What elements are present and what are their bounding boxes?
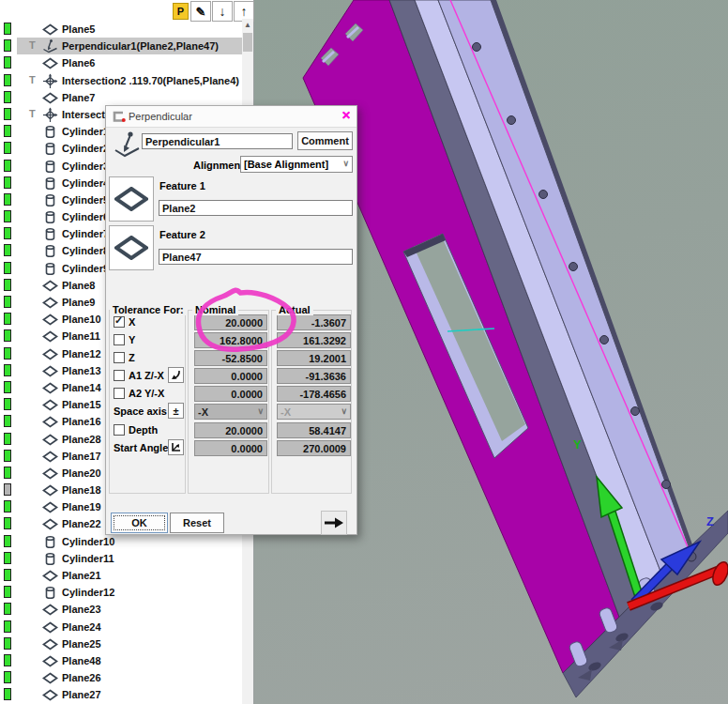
nominal-field-a2-y-x[interactable]: 0.0000 [194, 386, 267, 402]
tree-item-label: Plane15 [62, 399, 101, 410]
nominal-field-z[interactable]: -52.8500 [194, 350, 267, 366]
perpendicular-dialog: Perpendicular ✕ Perpendicular1 Comment A… [105, 105, 357, 535]
toolbar-p-button[interactable]: P [173, 3, 189, 20]
dialog-titlebar[interactable]: Perpendicular ✕ [106, 106, 356, 128]
plane-icon [42, 602, 58, 618]
close-icon[interactable]: ✕ [341, 109, 351, 122]
nominal-field-a1-z-x[interactable]: 0.0000 [194, 368, 267, 384]
feature1-input[interactable]: Plane2 [159, 200, 353, 216]
tree-item-label: Plane17 [62, 451, 101, 462]
tree-item-plane6[interactable]: Plane6 [0, 54, 242, 71]
next-arrow-button[interactable] [321, 511, 347, 535]
feature1-label: Feature 1 [159, 180, 205, 191]
tree-item-label: Plane14 [62, 382, 101, 393]
tree-item-cylinder11[interactable]: Cylinder11 [0, 550, 242, 567]
reset-button[interactable]: Reset [170, 513, 224, 533]
status-indicator [4, 467, 11, 479]
tolerance-label-text: Start Angle [114, 442, 168, 453]
status-indicator [4, 227, 11, 239]
tree-item-label: Cylinder3 [62, 161, 109, 172]
tree-item-label: Plane23 [62, 604, 101, 615]
status-indicator [4, 262, 11, 274]
status-indicator [4, 483, 11, 496]
tree-item-plane21[interactable]: Plane21 [0, 567, 242, 584]
status-indicator [4, 210, 11, 222]
nominal-field-depth[interactable]: 20.0000 [194, 422, 267, 438]
actual-field-start-angle: 270.0009 [277, 440, 351, 456]
tree-item-plane48[interactable]: Plane48 [0, 652, 242, 669]
plane-icon [114, 236, 148, 260]
plane-icon [42, 670, 58, 686]
tree-item-plane7[interactable]: Plane7 [0, 89, 242, 106]
cylinder-icon [42, 261, 58, 277]
cylinder-icon [42, 141, 58, 157]
status-indicator [4, 688, 11, 700]
tree-item-label: Plane25 [62, 638, 101, 650]
tree-item-label: Cylinder7 [62, 228, 109, 239]
actual-field-a1-z-x: -91.3636 [277, 368, 351, 384]
tree-item-cylinder10[interactable]: Cylinder10 [0, 533, 242, 550]
nominal-field-start-angle[interactable]: 0.0000 [194, 440, 267, 456]
tree-item-cylinder12[interactable]: Cylinder12 [0, 584, 242, 601]
cylinder-icon [42, 159, 58, 175]
flip-button[interactable] [168, 367, 184, 383]
checkbox-z[interactable] [114, 352, 125, 363]
plane-icon [42, 568, 58, 584]
tree-item-plane25[interactable]: Plane25 [0, 635, 242, 652]
intersection-icon [42, 107, 58, 123]
plusminus-button[interactable]: ± [168, 403, 184, 419]
tree-item-plane5[interactable]: Plane5 [0, 21, 242, 38]
alignment-dropdown[interactable]: [Base Alignment] ∨ [240, 156, 353, 173]
plane-icon [42, 636, 58, 652]
plane-icon [42, 466, 58, 482]
status-indicator [4, 552, 11, 564]
feature2-label: Feature 2 [159, 229, 205, 240]
checkbox-x[interactable] [114, 316, 125, 328]
perpendicular-icon [42, 38, 58, 54]
tree-item-intersection2-119-70-plane5-plane4-[interactable]: TIntersection2 .119.70(Plane5,Plane4) [0, 72, 242, 89]
plane-icon [42, 22, 58, 38]
tolerance-row-label-space-axis: Space axis [114, 406, 167, 417]
angle-button[interactable] [168, 439, 184, 455]
checkbox-y[interactable] [114, 334, 125, 345]
actual-field-z: 19.2001 [277, 350, 351, 366]
cylinder-icon [42, 192, 58, 208]
scrollbar-thumb[interactable] [243, 33, 252, 52]
status-indicator [4, 91, 11, 103]
tolerance-label-text: Depth [129, 424, 158, 436]
plane-icon [42, 687, 58, 703]
tree-item-label: Plane48 [62, 655, 101, 666]
arrow-down-icon[interactable]: ↓ [212, 1, 233, 22]
pencil-icon[interactable]: ✎ [190, 1, 211, 22]
comment-button[interactable]: Comment [297, 131, 353, 150]
checkbox-a1-z-x[interactable] [114, 370, 125, 381]
feature2-input[interactable]: Plane47 [159, 249, 353, 265]
checkbox-depth[interactable] [114, 424, 125, 436]
cylinder-icon [42, 176, 58, 191]
perpendicularity-icon [113, 130, 141, 159]
feature-name-input[interactable]: Perpendicular1 [142, 133, 293, 149]
chevron-down-icon: ∨ [257, 406, 264, 416]
actual-field-depth: 58.4147 [277, 422, 351, 438]
tree-item-plane24[interactable]: Plane24 [0, 619, 242, 635]
tree-item-label: Perpendicular1(Plane2,Plane47) [62, 40, 219, 52]
tolerance-row-label-depth: Depth [114, 424, 158, 436]
scrollbar-up-icon[interactable]: ▲ [242, 19, 253, 32]
tree-item-perpendicular1-plane2-plane47-[interactable]: TPerpendicular1(Plane2,Plane47) [0, 38, 242, 54]
tree-item-label: Cylinder10 [62, 536, 114, 547]
space-axis-dropdown-nominal[interactable]: -X∨ [194, 404, 267, 420]
nominal-field-y[interactable]: 162.8000 [194, 332, 267, 348]
tree-item-plane27[interactable]: Plane27 [0, 686, 242, 703]
tree-item-label: Cylinder12 [62, 587, 114, 598]
status-indicator [4, 56, 11, 69]
status-indicator [4, 23, 11, 35]
actual-field-x: -1.3607 [277, 314, 351, 330]
plane-icon [42, 363, 58, 379]
ok-button[interactable]: OK [111, 513, 168, 533]
tree-item-plane26[interactable]: Plane26 [0, 669, 242, 686]
right-arrow-icon [324, 516, 344, 529]
nominal-field-x[interactable]: 20.0000 [194, 314, 267, 330]
checkbox-a2-y-x[interactable] [114, 388, 125, 399]
status-indicator [4, 364, 11, 376]
tree-item-plane23[interactable]: Plane23 [0, 601, 242, 618]
